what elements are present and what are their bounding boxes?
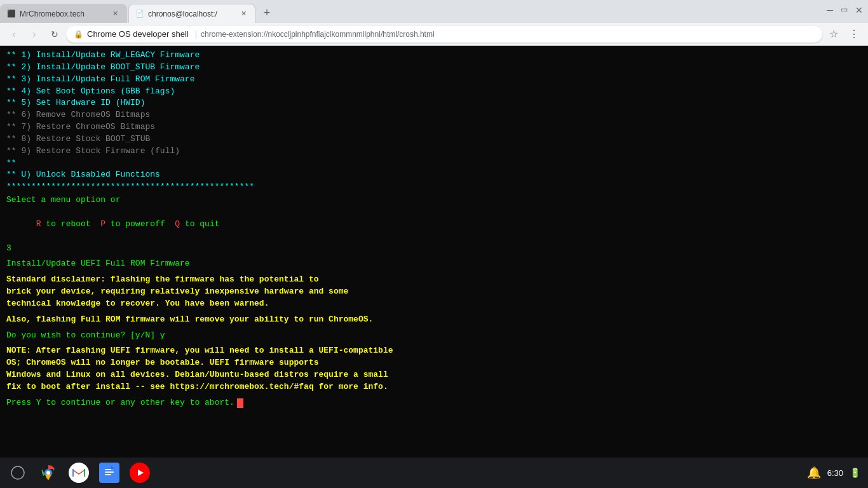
- menu-line-11: ** U) Unlock Disabled Functions: [6, 169, 862, 181]
- svg-rect-5: [84, 469, 85, 477]
- menu-button[interactable]: ⋮: [845, 25, 863, 43]
- menu-line-10: **: [6, 158, 862, 170]
- disclaimer-line5: Also, flashing Full ROM firmware will re…: [6, 314, 862, 326]
- menu-line-1: ** 1) Install/Update RW_LEGACY Firmware: [6, 50, 862, 62]
- prompt-keys-line: R to reboot P to poweroff Q to quit: [6, 207, 862, 243]
- menu-line-3: ** 3) Install/Update Full ROM Firmware: [6, 74, 862, 86]
- menu-line-4: ** 4) Set Boot Options (GBB flags): [6, 86, 862, 98]
- menu-line-8: ** 8) Restore Stock BOOT_STUB: [6, 133, 862, 146]
- browser-frame: ⬛ MrChromebox.tech ✕ 📄 chronos@localhost…: [0, 0, 868, 488]
- tab-mrchromebox[interactable]: ⬛ MrChromebox.tech ✕: [0, 4, 127, 23]
- svg-point-0: [11, 466, 24, 479]
- bookmark-button[interactable]: ☆: [825, 25, 843, 43]
- chrome-icon[interactable]: [38, 463, 58, 483]
- menu-line-2: ** 2) Install/Update BOOT_STUB Firmware: [6, 62, 862, 74]
- address-bar: ‹ › ↻ 🔒 Chrome OS developer shell | chro…: [0, 23, 868, 46]
- youtube-icon[interactable]: [130, 463, 150, 483]
- docs-icon[interactable]: [99, 463, 119, 483]
- battery-icon: 🔋: [850, 468, 860, 478]
- note-line3: Windows and Linux on all devices. Debian…: [6, 369, 862, 381]
- notification-icon[interactable]: 🔔: [807, 466, 821, 480]
- taskbar: 🔔 6:30 🔋: [0, 458, 868, 488]
- launcher-svg: [11, 466, 25, 480]
- menu-line-6: ** 6) Remove ChromeOS Bitmaps: [6, 109, 862, 121]
- svg-rect-9: [105, 471, 114, 473]
- continue-prompt: Do you wish to continue? [y/N] y: [6, 330, 862, 342]
- disclaimer-line1: Standard disclaimer: flashing the firmwa…: [6, 274, 862, 286]
- url-bar[interactable]: 🔒 Chrome OS developer shell | chrome-ext…: [66, 26, 822, 43]
- input-value-line: 3: [6, 243, 862, 255]
- tab1-close[interactable]: ✕: [110, 9, 120, 19]
- chrome-svg: [39, 464, 57, 482]
- disclaimer-line3: technical knowledge to recover. You have…: [6, 298, 862, 310]
- page-title-in-bar: Chrome OS developer shell: [87, 29, 189, 39]
- section-title: Install/Update UEFI Full ROM Firmware: [6, 258, 862, 270]
- tab-bar: ⬛ MrChromebox.tech ✕ 📄 chronos@localhost…: [0, 0, 868, 23]
- tab2-close[interactable]: ✕: [238, 9, 248, 19]
- tab-chronos[interactable]: 📄 chronos@localhost:/ ✕: [128, 4, 255, 23]
- url-separator: |: [195, 29, 197, 39]
- new-tab-button[interactable]: +: [258, 4, 276, 22]
- prompt-line: Select a menu option or: [6, 194, 862, 207]
- forward-button[interactable]: ›: [25, 25, 43, 43]
- tab2-title: chronos@localhost:/: [148, 10, 234, 18]
- url-text: chrome-extension://nkoccljplnhpfnfiajclk…: [201, 30, 815, 39]
- taskbar-right: 🔔 6:30 🔋: [807, 466, 860, 480]
- maximize-button[interactable]: ▭: [841, 5, 848, 15]
- menu-line-5: ** 5) Set Hardware ID (HWID): [6, 97, 862, 109]
- final-prompt: Press Y to continue or any other key to …: [6, 397, 862, 409]
- refresh-button[interactable]: ↻: [46, 25, 64, 43]
- tab2-favicon: 📄: [135, 10, 144, 18]
- secure-icon: 🔒: [74, 30, 83, 39]
- svg-point-2: [46, 471, 50, 475]
- taskbar-icons: [8, 463, 150, 483]
- note-line2: OS; ChromeOS will no longer be bootable.…: [6, 357, 862, 369]
- docs-svg: [104, 466, 115, 480]
- back-button[interactable]: ‹: [5, 25, 23, 43]
- tab1-favicon: ⬛: [7, 10, 16, 18]
- minimize-button[interactable]: ─: [827, 5, 833, 15]
- note-line4: fix to boot after install -- see https:/…: [6, 381, 862, 393]
- menu-line-9: ** 9) Restore Stock Firmware (full): [6, 146, 862, 158]
- cursor-block: [237, 398, 243, 408]
- gmail-svg: [72, 468, 85, 478]
- menu-line-7: ** 7) Restore ChromeOS Bitmaps: [6, 121, 862, 133]
- note-line1: NOTE: After flashing UEFI firmware, you …: [6, 345, 862, 357]
- launcher-icon[interactable]: [8, 463, 28, 483]
- gmail-icon[interactable]: [69, 463, 89, 483]
- svg-rect-4: [72, 469, 74, 477]
- tab1-title: MrChromebox.tech: [20, 10, 106, 18]
- terminal-content: ** 1) Install/Update RW_LEGACY Firmware …: [0, 46, 868, 458]
- menu-line-12: ****************************************…: [6, 181, 862, 193]
- window-controls: ─ ▭ ✕: [827, 5, 863, 15]
- clock: 6:30: [827, 468, 843, 478]
- disclaimer-line2: brick your device, requiring relatively …: [6, 286, 862, 298]
- svg-rect-10: [105, 474, 111, 475]
- youtube-svg: [133, 466, 147, 480]
- close-button[interactable]: ✕: [855, 5, 863, 15]
